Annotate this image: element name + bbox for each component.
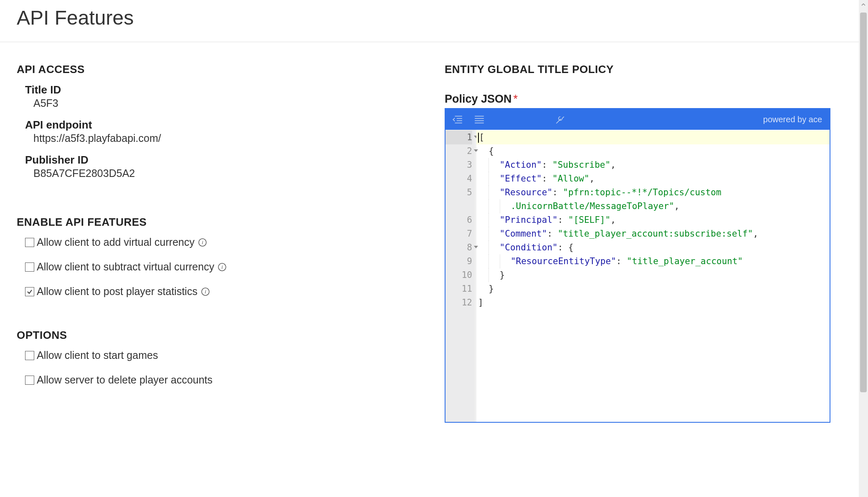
option-1-row: Allow server to delete player accounts [17, 374, 428, 386]
page-title: API Features [17, 0, 851, 29]
feature-0-row: Allow client to add virtual currencyi [17, 236, 428, 248]
option-0-label[interactable]: Allow client to start games [37, 349, 158, 361]
title-id-group: Title ID A5F3 [17, 83, 428, 109]
feature-0-checkbox[interactable] [25, 238, 34, 247]
info-icon[interactable]: i [198, 238, 207, 247]
option-1-label[interactable]: Allow server to delete player accounts [37, 374, 213, 386]
api-endpoint-value: https://a5f3.playfabapi.com/ [25, 132, 428, 144]
editor-code-area[interactable]: [ { "Action": "Subscribe", "Effect": "Al… [476, 130, 830, 422]
feature-1-row: Allow client to subtract virtual currenc… [17, 261, 428, 273]
wrench-icon[interactable] [554, 114, 565, 125]
justify-icon[interactable] [474, 114, 485, 125]
editor-gutter[interactable]: 123456789101112 [445, 130, 475, 422]
editor-toolbar: powered by ace [445, 109, 830, 130]
feature-2-label[interactable]: Allow client to post player statistics [37, 285, 197, 298]
info-icon[interactable]: i [218, 262, 227, 272]
info-icon[interactable]: i [201, 287, 210, 296]
api-endpoint-group: API endpoint https://a5f3.playfabapi.com… [17, 119, 428, 144]
publisher-id-group: Publisher ID B85A7CFE2803D5A2 [17, 154, 428, 179]
publisher-id-label: Publisher ID [25, 154, 428, 167]
policy-json-label: Policy JSON* [445, 93, 830, 106]
feature-2-row: Allow client to post player statisticsi [17, 285, 428, 298]
api-endpoint-label: API endpoint [25, 119, 428, 131]
scroll-up-arrow-icon[interactable] [859, 0, 868, 9]
option-0-checkbox[interactable] [25, 351, 34, 360]
feature-1-checkbox[interactable] [25, 262, 34, 272]
entity-policy-heading: ENTITY GLOBAL TITLE POLICY [445, 63, 830, 76]
options-heading: OPTIONS [17, 329, 428, 342]
outdent-icon[interactable] [452, 114, 463, 125]
powered-by-ace-label: powered by ace [763, 115, 822, 124]
svg-text:i: i [202, 239, 203, 245]
api-access-heading: API ACCESS [17, 63, 428, 76]
left-column: API ACCESS Title ID A5F3 API endpoint ht… [17, 63, 445, 423]
svg-text:i: i [221, 264, 223, 270]
feature-0-label[interactable]: Allow client to add virtual currency [37, 236, 195, 248]
option-1-checkbox[interactable] [25, 376, 34, 385]
right-column: ENTITY GLOBAL TITLE POLICY Policy JSON* … [445, 63, 851, 423]
required-asterisk: * [514, 93, 518, 105]
publisher-id-value: B85A7CFE2803D5A2 [25, 167, 428, 179]
vertical-scrollbar[interactable] [859, 0, 868, 497]
scrollbar-thumb[interactable] [860, 13, 867, 392]
svg-text:i: i [205, 288, 206, 295]
option-0-row: Allow client to start games [17, 349, 428, 361]
feature-1-label[interactable]: Allow client to subtract virtual currenc… [37, 261, 214, 273]
title-id-label: Title ID [25, 83, 428, 96]
policy-json-editor[interactable]: powered by ace 123456789101112 [ { "Acti… [445, 108, 830, 423]
feature-2-checkbox[interactable] [25, 287, 34, 296]
enable-api-features-heading: ENABLE API FEATURES [17, 216, 428, 229]
title-id-value: A5F3 [25, 97, 428, 109]
